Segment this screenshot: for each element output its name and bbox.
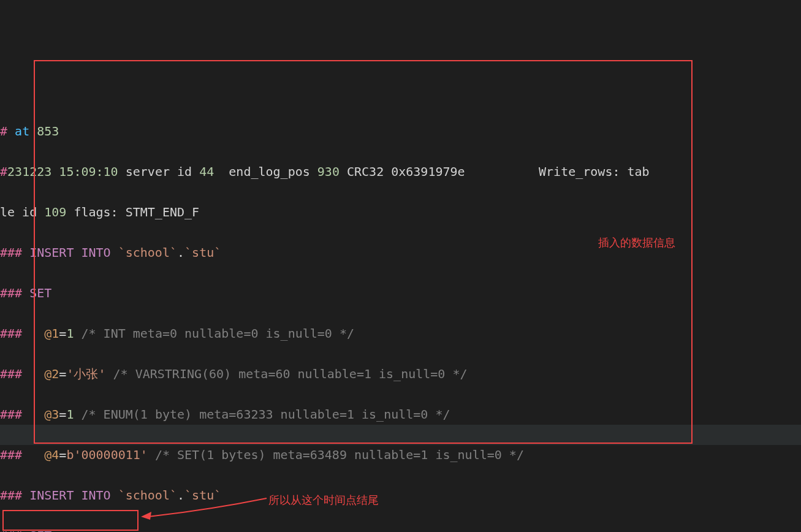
annotation-time-label: 所以从这个时间点结尾	[268, 490, 379, 511]
annotation-insert-label: 插入的数据信息	[598, 233, 675, 253]
code-line: ### INSERT INTO `school`.`stu`	[0, 485, 801, 506]
code-line: ### INSERT INTO `school`.`stu`	[0, 243, 801, 263]
code-line: #231223 15:09:10 server id 44 end_log_po…	[0, 162, 801, 182]
code-line: ### @3=1 /* ENUM(1 byte) meta=63233 null…	[0, 405, 801, 425]
code-line: le id 109 flags: STMT_END_F	[0, 202, 801, 222]
code-line: ### SET	[0, 283, 801, 303]
code-line: ### @1=1 /* INT meta=0 nullable=0 is_nul…	[0, 324, 801, 344]
code-line: ### @2='小张' /* VARSTRING(60) meta=60 nul…	[0, 364, 801, 384]
svg-marker-1	[141, 512, 151, 520]
code-line: ### @4=b'00000011' /* SET(1 bytes) meta=…	[0, 445, 801, 465]
code-line: # at 853	[0, 121, 801, 142]
current-line-highlight	[0, 425, 801, 445]
arrow-icon	[138, 495, 270, 520]
code-line: ### SET	[0, 526, 801, 532]
